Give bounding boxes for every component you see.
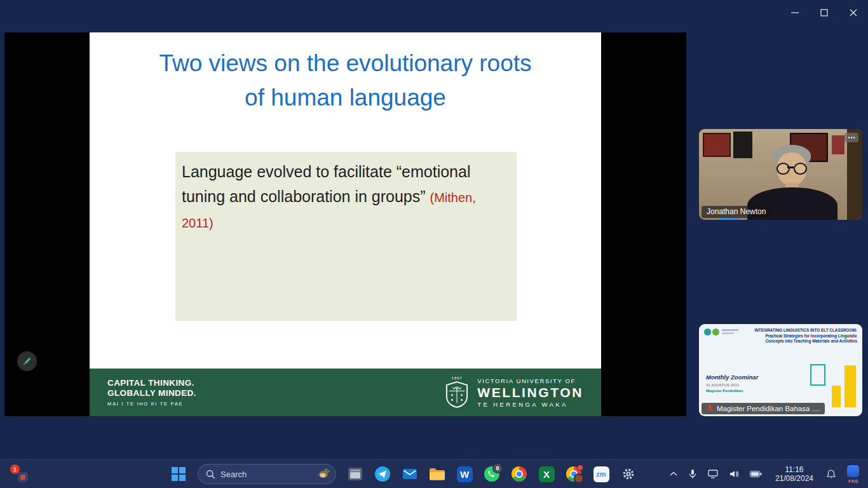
taskbar-app-chrome-profile[interactable] bbox=[566, 466, 582, 482]
taskbar-app-settings[interactable] bbox=[620, 466, 637, 482]
participant-name-label: Magister Pendidikan Bahasa .... bbox=[702, 403, 825, 414]
whatsapp-badge: 8 bbox=[492, 463, 503, 473]
tile-options-button[interactable] bbox=[844, 133, 858, 142]
poster-logo-text-bar bbox=[722, 332, 734, 334]
participant-name: Jonathan Newton bbox=[707, 207, 766, 216]
minimize-icon bbox=[791, 9, 799, 17]
tray-date: 21/08/2024 bbox=[775, 474, 813, 483]
shared-slide: Two views on the evolutionary roots of h… bbox=[90, 32, 601, 416]
display-icon bbox=[708, 470, 718, 478]
word-icon: W bbox=[457, 466, 473, 482]
battery-icon bbox=[750, 471, 762, 477]
taskbar-app-file-explorer[interactable] bbox=[429, 466, 445, 482]
chrome-icon bbox=[512, 466, 527, 482]
muted-mic-icon bbox=[707, 404, 714, 412]
taskbar-app-whatsapp[interactable]: 8 bbox=[484, 466, 500, 482]
tray-cast-button[interactable] bbox=[707, 468, 719, 480]
system-tray: 11:16 21/08/2024 FRE bbox=[668, 459, 862, 488]
taskbar-app-word[interactable]: W bbox=[456, 466, 473, 482]
mail-icon bbox=[402, 468, 417, 480]
tray-battery-button[interactable] bbox=[749, 470, 763, 478]
wall-poster bbox=[832, 135, 844, 154]
restore-icon bbox=[820, 9, 828, 17]
tagline-line1: CAPITAL THINKING. bbox=[107, 378, 196, 388]
taskbar-center: Search bbox=[170, 464, 637, 484]
university-tagline: CAPITAL THINKING. GLOBALLY MINDED. MAI I… bbox=[107, 378, 196, 407]
tray-fre-app-button[interactable]: FRE bbox=[845, 464, 862, 484]
windows-taskbar: 1 Search bbox=[0, 459, 868, 488]
windows-logo-icon bbox=[172, 467, 186, 481]
poster-logo-text-bar bbox=[722, 329, 738, 331]
gear-icon bbox=[622, 468, 635, 480]
pencil-icon bbox=[22, 356, 32, 366]
university-wordmark: VICTORIA UNIVERSITY OF WELLINGTON TE HER… bbox=[477, 377, 583, 409]
microphone-icon bbox=[688, 469, 697, 479]
taskbar-search-box[interactable]: Search bbox=[198, 464, 336, 484]
tray-microphone-button[interactable] bbox=[687, 468, 698, 480]
start-button[interactable] bbox=[170, 466, 187, 482]
poster-organizer: Magister Pendidikan bbox=[706, 389, 743, 393]
participant-tile-magister-pendidikan[interactable]: INTEGRATING LINGUISTICS INTO ELT CLASSRO… bbox=[699, 324, 862, 416]
zoom-icon: zm bbox=[593, 466, 609, 482]
poster-deco-bar bbox=[832, 386, 841, 407]
wall-poster bbox=[733, 132, 752, 158]
taskbar-app-window[interactable] bbox=[347, 466, 363, 482]
active-speaker-underline bbox=[719, 218, 740, 220]
wall-poster bbox=[703, 133, 731, 157]
tray-chevron-button[interactable] bbox=[668, 470, 679, 478]
taskbar-app-mail[interactable] bbox=[402, 466, 418, 482]
search-highlight-bird-icon[interactable] bbox=[316, 466, 332, 482]
university-logo: 1897 VICTORIA UNIVERSITY OF WELLINGTON T… bbox=[445, 376, 583, 409]
close-icon bbox=[850, 9, 857, 17]
shield-icon bbox=[445, 381, 468, 409]
minimize-button[interactable] bbox=[780, 0, 810, 25]
notification-badge: 1 bbox=[10, 464, 20, 474]
quote-box: Language evolved to facilitate “emotiona… bbox=[175, 152, 517, 321]
hidden-icons-button[interactable]: 1 bbox=[10, 464, 29, 484]
chevron-up-icon bbox=[670, 471, 677, 477]
tray-volume-button[interactable] bbox=[728, 468, 740, 480]
quote-text: Language evolved to facilitate “emotiona… bbox=[182, 159, 498, 236]
notification-dot bbox=[577, 464, 583, 471]
taskbar-app-chrome[interactable] bbox=[511, 466, 527, 482]
bell-icon bbox=[827, 470, 836, 479]
annotate-button[interactable] bbox=[17, 351, 37, 371]
poster-logo-icon bbox=[704, 329, 711, 336]
slide-footer-banner: CAPITAL THINKING. GLOBALLY MINDED. MAI I… bbox=[90, 369, 601, 416]
close-button[interactable] bbox=[839, 0, 868, 25]
fre-app-label: FRE bbox=[845, 478, 862, 484]
notification-app-icon bbox=[18, 472, 28, 482]
participant-tile-jonathan-newton[interactable]: Jonathan Newton bbox=[699, 129, 862, 220]
fre-app-icon bbox=[847, 465, 859, 477]
poster-deco-outline bbox=[810, 364, 825, 386]
folder-icon bbox=[429, 467, 445, 481]
poster-event-date: 21 AGUSTUS 2021 bbox=[706, 383, 739, 387]
glasses-bridge bbox=[787, 166, 794, 168]
quote-main: Language evolved to facilitate “emotiona… bbox=[182, 163, 470, 205]
glasses-icon bbox=[776, 163, 790, 175]
university-line1: VICTORIA UNIVERSITY OF bbox=[477, 377, 583, 385]
poster-deco-bar bbox=[844, 365, 856, 407]
poster-heading-line3: Concepts into Teaching Materials and Act… bbox=[754, 339, 857, 344]
poster-heading-line2: Practical Strategies for Incorporating L… bbox=[754, 334, 857, 339]
tagline-line3: MAI I TE IHO KI TE PAE bbox=[107, 401, 196, 407]
maximize-button[interactable] bbox=[810, 0, 839, 25]
slide-title-line1: Two views on the evolutionary roots bbox=[90, 46, 601, 81]
wood-panel bbox=[847, 129, 862, 220]
tray-notifications-button[interactable] bbox=[825, 468, 837, 480]
slide-title-line2: of human language bbox=[90, 81, 601, 115]
profile-avatar-dot bbox=[574, 473, 584, 484]
tray-clock[interactable]: 11:16 21/08/2024 bbox=[771, 464, 817, 484]
taskbar-app-telegram[interactable] bbox=[374, 466, 391, 482]
taskbar-app-excel[interactable]: X bbox=[538, 466, 555, 482]
university-line3: TE HERENGA WAKA bbox=[477, 400, 583, 409]
search-icon bbox=[206, 470, 215, 479]
tagline-line2: GLOBALLY MINDED. bbox=[107, 388, 196, 398]
university-shield: 1897 bbox=[445, 376, 468, 409]
glasses-icon bbox=[794, 163, 807, 175]
poster-event-title: Monthly Zoominar bbox=[706, 374, 758, 381]
taskbar-app-zoom[interactable]: zm bbox=[593, 466, 609, 482]
university-line2: WELLINGTON bbox=[477, 385, 583, 400]
tray-time: 11:16 bbox=[775, 465, 813, 474]
excel-icon: X bbox=[539, 466, 555, 482]
